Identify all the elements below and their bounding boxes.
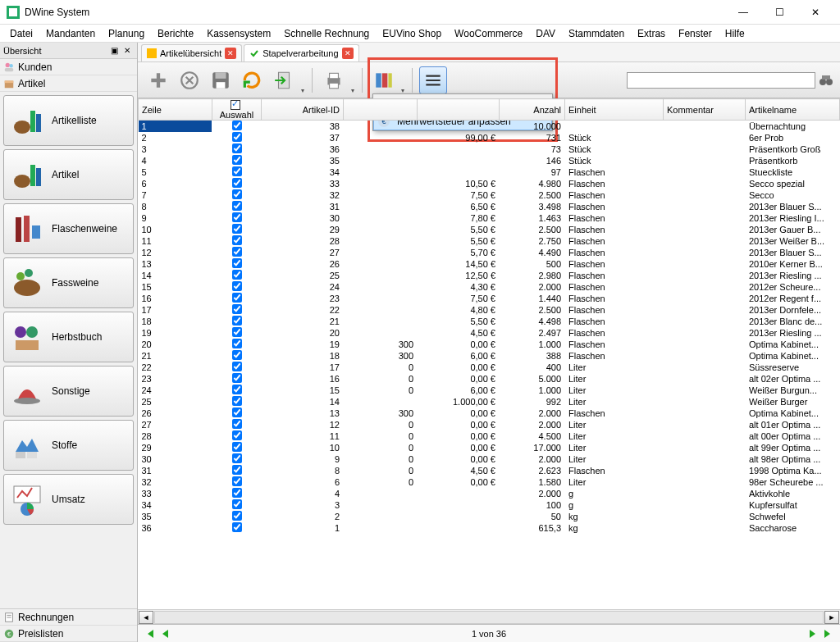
nav-first-button[interactable] [141, 626, 158, 641]
table-row[interactable]: 435146StückPräsentkorb [139, 155, 840, 166]
tab-close-icon[interactable]: ✕ [342, 48, 354, 59]
header-artikelname[interactable]: Artikelname [746, 99, 840, 121]
row-checkbox[interactable] [232, 281, 242, 291]
cell-auswahl[interactable] [212, 235, 262, 247]
table-row[interactable]: 10295,50 €2.500Flaschen2013er Gauer B... [139, 224, 840, 235]
table-row[interactable]: 21183006,00 €388FlaschenOptima Kabinet..… [139, 350, 840, 362]
header-col4[interactable] [418, 99, 500, 121]
table-row[interactable]: 241506,00 €1.000LiterWeißer Burgun... [139, 385, 840, 396]
row-checkbox[interactable] [232, 499, 242, 509]
cell-auswahl[interactable] [212, 385, 262, 396]
cell-auswahl[interactable] [212, 155, 262, 166]
table-row[interactable]: 16237,50 €1.440Flaschen2012er Regent f..… [139, 293, 840, 304]
row-checkbox[interactable] [232, 166, 242, 176]
table-row[interactable]: 271200,00 €2.000Literalt 01er Optima ... [139, 419, 840, 430]
table-row[interactable]: 11285,50 €2.750Flaschen2013er Weißer B..… [139, 235, 840, 247]
row-checkbox[interactable] [232, 270, 242, 280]
table-row[interactable]: 19204,50 €2.497Flaschen2013er Riesling .… [139, 327, 840, 339]
cell-auswahl[interactable] [212, 373, 262, 385]
table-row[interactable]: 18215,50 €4.498Flaschen2013er Blanc de..… [139, 316, 840, 327]
cell-auswahl[interactable] [212, 522, 262, 534]
row-checkbox[interactable] [232, 430, 242, 440]
search-input[interactable] [627, 72, 815, 89]
cell-auswahl[interactable] [212, 465, 262, 476]
row-checkbox[interactable] [232, 350, 242, 360]
row-checkbox[interactable] [232, 476, 242, 486]
horizontal-scrollbar[interactable]: ◄ ► [138, 609, 840, 624]
row-checkbox[interactable] [232, 453, 242, 463]
row-checkbox[interactable] [232, 178, 242, 188]
row-checkbox[interactable] [232, 419, 242, 429]
menu-hilfe[interactable]: Hilfe [719, 26, 751, 41]
cell-auswahl[interactable] [212, 293, 262, 304]
menu-datei[interactable]: Datei [3, 26, 39, 41]
header-auswahl[interactable]: Auswahl [212, 99, 262, 121]
row-checkbox[interactable] [232, 511, 242, 521]
header-einheit[interactable]: Einheit [565, 99, 664, 121]
table-row[interactable]: 35250kgSchwefel [139, 511, 840, 522]
table-row[interactable]: 33673StückPräsentkorb Groß [139, 143, 840, 155]
cell-auswahl[interactable] [212, 316, 262, 327]
row-checkbox[interactable] [232, 189, 242, 199]
table-row[interactable]: 20193000,00 €1.000FlaschenOptima Kabinet… [139, 339, 840, 350]
menu-mandanten[interactable]: Mandanten [39, 26, 102, 41]
minimize-button[interactable]: — [725, 1, 761, 24]
menu-dav[interactable]: DAV [529, 26, 562, 41]
row-checkbox[interactable] [232, 201, 242, 211]
cell-auswahl[interactable] [212, 166, 262, 178]
row-checkbox[interactable] [232, 396, 242, 406]
column-button[interactable] [369, 66, 405, 94]
table-row[interactable]: 3342.000gAktivkohle [139, 488, 840, 499]
row-checkbox[interactable] [232, 442, 242, 452]
menu-woocommerce[interactable]: WooCommerce [448, 26, 529, 41]
table-row[interactable]: 26133000,00 €2.000FlaschenOptima Kabinet… [139, 408, 840, 419]
cell-auswahl[interactable] [212, 362, 262, 373]
export-button[interactable] [269, 66, 305, 94]
cell-auswahl[interactable] [212, 247, 262, 258]
scroll-left-icon[interactable]: ◄ [139, 611, 153, 624]
row-checkbox[interactable] [232, 247, 242, 257]
row-checkbox[interactable] [232, 362, 242, 371]
row-checkbox[interactable] [232, 373, 242, 383]
nav-button-herbstbuch[interactable]: Herbstbuch [3, 312, 134, 362]
table-row[interactable]: 63310,50 €4.980FlaschenSecco spezial [139, 178, 840, 189]
row-checkbox[interactable] [232, 235, 242, 245]
cell-auswahl[interactable] [212, 201, 262, 212]
cell-auswahl[interactable] [212, 304, 262, 316]
tab-stapelverarbeitung[interactable]: Stapelverarbeitung ✕ [244, 44, 358, 61]
row-checkbox[interactable] [232, 385, 242, 394]
row-checkbox[interactable] [232, 316, 242, 326]
sidebar-item-preislisten[interactable]: € Preislisten [0, 626, 137, 642]
table-row[interactable]: 9307,80 €1.463Flaschen2013er Riesling I.… [139, 212, 840, 224]
cell-auswahl[interactable] [212, 327, 262, 339]
row-checkbox[interactable] [232, 212, 242, 222]
row-checkbox[interactable] [232, 258, 242, 268]
data-grid[interactable]: Zeile Auswahl Artikel-ID Anzahl Einheit … [138, 98, 840, 609]
cell-auswahl[interactable] [212, 476, 262, 488]
table-row[interactable]: 361615,3kgSaccharose [139, 522, 840, 534]
header-artikel-id[interactable]: Artikel-ID [262, 99, 344, 121]
refresh-button[interactable] [238, 66, 266, 94]
row-checkbox[interactable] [232, 304, 242, 314]
add-button[interactable] [144, 66, 172, 94]
cell-auswahl[interactable] [212, 132, 262, 143]
save-button[interactable] [207, 66, 235, 94]
menu-euvino[interactable]: EUVino Shop [376, 26, 448, 41]
cell-auswahl[interactable] [212, 339, 262, 350]
scroll-right-icon[interactable]: ► [824, 611, 839, 624]
nav-button-fassweine[interactable]: Fassweine [3, 257, 134, 308]
sidebar-item-kunden[interactable]: Kunden [0, 59, 137, 75]
cell-auswahl[interactable] [212, 258, 262, 270]
cell-auswahl[interactable] [212, 499, 262, 511]
row-checkbox[interactable] [232, 132, 242, 142]
table-row[interactable]: 281100,00 €4.500Literalt 00er Optima ... [139, 430, 840, 442]
print-button[interactable] [319, 66, 355, 94]
cell-auswahl[interactable] [212, 178, 262, 189]
nav-button-artikel[interactable]: Artikel [3, 149, 134, 200]
sidebar-item-rechnungen[interactable]: Rechnungen [0, 609, 137, 626]
tab-artikeluebersicht[interactable]: Artikelübersicht ✕ [141, 44, 242, 61]
row-checkbox[interactable] [232, 121, 242, 130]
close-button[interactable]: ✕ [797, 1, 833, 24]
row-checkbox[interactable] [232, 339, 242, 348]
cell-auswahl[interactable] [212, 511, 262, 522]
